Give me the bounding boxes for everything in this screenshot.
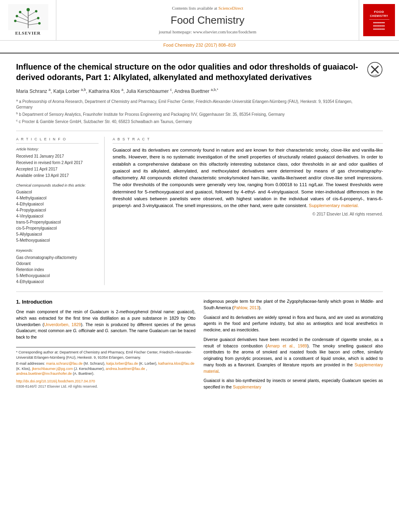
journal-title: Food Chemistry	[171, 13, 245, 27]
keyword-1: Odorant	[16, 261, 99, 267]
history-online: Available online 13 April 2017	[16, 173, 99, 179]
compound-0: Guaiacol	[16, 189, 99, 195]
elsevier-label: ELSEVIER	[15, 30, 41, 36]
history-received: Received 31 January 2017	[16, 154, 99, 159]
intro-left-column: 1. Introduction One main component of th…	[16, 298, 195, 394]
intro-paragraph-right-1: indigenous people term for the plant of …	[204, 298, 383, 311]
compound-4: 4-Vinylguaiacol	[16, 214, 99, 219]
keyword-2: Retention index	[16, 267, 99, 273]
history-accepted: Accepted 11 April 2017	[16, 166, 99, 172]
compound-3: 4-Propylguaiacol	[16, 207, 99, 213]
crossmark-badge[interactable]: CrossMark	[367, 62, 383, 78]
intro-paragraph-right-3: Diverse guaiacol derivatives have been r…	[204, 337, 383, 375]
intro-paragraph-1: One main component of the resin of Guala…	[16, 309, 195, 341]
issn-line: 0308-8146/© 2017 Elsevier Ltd. All right…	[16, 384, 195, 389]
compound-7: 5-Allylguaiacol	[16, 232, 99, 237]
svg-point-8	[19, 11, 21, 13]
svg-point-13	[38, 22, 41, 25]
keyword-3: 5-Methoxyguaiacol	[16, 273, 99, 279]
author-5: Andrea Buettner a,b,*	[174, 88, 218, 94]
article-history-label: Article history:	[16, 147, 99, 152]
keywords-label: Keywords:	[16, 248, 99, 253]
compound-8: 5-Methoxyguaiacol	[16, 238, 99, 243]
svg-point-12	[14, 20, 16, 22]
intro-heading: 1. Introduction	[16, 298, 195, 306]
footnote-corresponding: * Corresponding author at: Department of…	[16, 350, 195, 360]
keyword-0: Gas chromatography-olfactometry	[16, 255, 99, 261]
email-andrea-2[interactable]: andrea.buettner@ivv.fraunhofer.de	[16, 372, 72, 376]
intro-paragraph-right-4: Guaiacol is also bio-synthesized by inse…	[204, 378, 383, 390]
author-1: Maria Schranz a	[16, 88, 51, 94]
intro-paragraph-right-2: Guaiacol and its derivatives are widely …	[204, 314, 383, 333]
supplementary-link[interactable]: Supplementary material.	[309, 203, 359, 208]
cite-arnarp[interactable]: Arnarp et al., 1989	[267, 343, 307, 348]
author-4: Julia Kerschbaumer c	[126, 88, 172, 94]
affiliation-1: a a Professorship of Aroma Research, Dep…	[16, 98, 363, 110]
email-maria[interactable]: maria.schranz@fau.de	[46, 362, 83, 366]
supplementary-link-3[interactable]: Supplementary	[233, 384, 261, 389]
article-info-label: A R T I C L E I N F O	[16, 137, 99, 144]
doi-link[interactable]: http://dx.doi.org/10.1016/j.foodchem.201…	[16, 379, 195, 384]
sciencedirect-notice: Contents lists available at ScienceDirec…	[172, 5, 243, 11]
elsevier-tree-icon	[8, 4, 48, 30]
page: ELSEVIER Contents lists available at Sci…	[0, 0, 399, 402]
author-3: Katharina Klos a	[88, 88, 123, 94]
copyright: © 2017 Elsevier Ltd. All rights reserved…	[113, 212, 383, 217]
article-info-abstract: A R T I C L E I N F O Article history: R…	[16, 137, 383, 292]
article-title: Influence of the chemical structure on t…	[16, 62, 363, 82]
food-chemistry-logo-section: FOOD CHEMISTRY ■■■■■■■■ ■■■■■■■■ ■■■■■■■…	[359, 0, 399, 40]
svg-point-9	[35, 10, 37, 12]
compound-5: trans-5-Propenylguaiacol	[16, 220, 99, 225]
footnote-bar: * Corresponding author at: Department of…	[16, 347, 195, 389]
svg-point-14	[27, 8, 30, 11]
abstract-label: A B S T R A C T	[113, 137, 383, 144]
journal-header: ELSEVIER Contents lists available at Sci…	[0, 0, 399, 53]
abstract-column: A B S T R A C T Guaiacol and its derivat…	[113, 137, 383, 285]
history-revised: Received in revised form 2 April 2017	[16, 160, 99, 166]
svg-point-10	[16, 15, 18, 17]
supplementary-link-2[interactable]: Supplementary material	[204, 362, 383, 374]
email-katja[interactable]: katja.lorber@fau.de	[106, 362, 138, 366]
intro-right-column: indigenous people term for the plant of …	[204, 298, 383, 394]
affiliation-3: c c Procter & Gamble Service GmbH, Sulzb…	[16, 118, 363, 125]
header-top: ELSEVIER Contents lists available at Sci…	[0, 0, 399, 41]
elsevier-logo-section: ELSEVIER	[0, 0, 56, 40]
footnotes-area: * Corresponding author at: Department of…	[16, 347, 195, 389]
keyword-4: 4-Ethylguaiacol	[16, 279, 99, 285]
compounds-label: Chemical compounds studied in this artic…	[16, 183, 99, 188]
article-title-area: Influence of the chemical structure on t…	[16, 62, 363, 126]
compound-1: 4-Methylguaiacol	[16, 195, 99, 201]
compound-2: 4-Ethylguaiacol	[16, 201, 99, 207]
abstract-text: Guaiacol and its derivatives are commonl…	[113, 147, 383, 209]
header-center: Contents lists available at ScienceDirec…	[56, 0, 359, 40]
author-2: Katja Lorber a,b	[53, 88, 86, 94]
email-julia[interactable]: jkerschbaumer.j@pg.com	[32, 367, 73, 371]
article-body: Influence of the chemical structure on t…	[0, 53, 399, 402]
affiliation-2: b b Department of Sensory Analytics, Fra…	[16, 111, 363, 117]
article-title-section: Influence of the chemical structure on t…	[16, 62, 383, 131]
article-info-column: A R T I C L E I N F O Article history: R…	[16, 137, 105, 285]
crossmark-icon: CrossMark	[367, 62, 383, 78]
journal-reference: Food Chemistry 232 (2017) 808–819	[0, 41, 399, 50]
cite-unverdorben[interactable]: Unverdorben, 1829	[44, 322, 81, 327]
journal-homepage: journal homepage: www.elsevier.com/locat…	[159, 29, 256, 35]
food-chemistry-logo: FOOD CHEMISTRY ■■■■■■■■ ■■■■■■■■ ■■■■■■■…	[363, 4, 395, 36]
sciencedirect-link[interactable]: ScienceDirect	[218, 6, 243, 10]
affiliations: a a Professorship of Aroma Research, Dep…	[16, 98, 363, 125]
email-katharina[interactable]: katharina.klos@fau.de	[158, 362, 194, 366]
introduction-section: 1. Introduction One main component of th…	[16, 298, 383, 394]
svg-text:CrossMark: CrossMark	[370, 74, 380, 76]
svg-point-11	[37, 17, 39, 19]
email-andrea-1[interactable]: andrea.buettner@fau.de	[106, 367, 145, 371]
compound-6: cis-5-Propenylguaiacol	[16, 226, 99, 231]
authors-line: Maria Schranz a, Katja Lorber a,b, Katha…	[16, 87, 363, 95]
cite-pahlow[interactable]: Pahlow, 2013	[234, 305, 259, 310]
footnote-emails: E-mail addresses: maria.schranz@fau.de (…	[16, 361, 195, 376]
